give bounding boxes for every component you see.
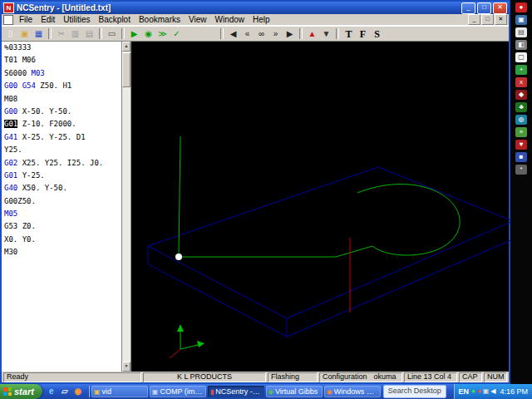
box-icon[interactable]: ■ [515, 152, 527, 162]
new-file-button[interactable]: ▯ [3, 27, 17, 40]
maximize-icon[interactable]: □ [477, 2, 491, 14]
mdi-close-icon[interactable]: ✕ [495, 14, 507, 25]
code-text: X-50. Y-50. [22, 107, 72, 116]
tool-icon[interactable]: * [515, 165, 527, 175]
editor-scrollbar[interactable]: ▲ ▼ [122, 42, 131, 372]
status-ready: Ready [3, 372, 141, 382]
scroll-down-icon[interactable]: ▼ [122, 362, 131, 372]
cut-icon: ✂ [57, 30, 64, 38]
feed-display-button[interactable]: F [356, 27, 370, 40]
title-bar[interactable]: N NCSentry - [Untitled.txt] _ □ ✕ [2, 2, 509, 14]
close-icon[interactable]: ✕ [493, 2, 507, 14]
network-tray-icon[interactable]: ▣ [483, 387, 490, 396]
clock[interactable]: 4:16 PM [500, 387, 528, 396]
show-desktop-icon[interactable]: ▱ [59, 386, 71, 397]
alert-tray-icon[interactable]: ● [477, 387, 481, 396]
goto-end-icon: ▶ [287, 30, 293, 38]
toolbar-separator [299, 28, 303, 39]
app-window-icon[interactable]: ◧ [515, 40, 527, 50]
mdi-minimize-icon[interactable]: _ [468, 14, 480, 25]
find-prev-button[interactable]: « [240, 27, 254, 40]
tool-display-button[interactable]: T [342, 27, 356, 40]
menu-bar: FileEditUtilitiesBackplotBookmarksViewWi… [2, 14, 509, 26]
backplot-verify-button[interactable]: ◉ [141, 27, 155, 40]
green-app-icon[interactable]: + [515, 65, 527, 75]
code-text: G41 [4, 133, 22, 141]
speed-display-icon: S [374, 30, 380, 38]
task-button-comp-img-wi[interactable]: ▣COMP (img - Wi... [150, 386, 206, 397]
print-button[interactable]: ▭ [105, 27, 119, 40]
menu-item-edit[interactable]: Edit [37, 15, 59, 24]
task-app-icon: ◉ [327, 388, 332, 396]
quick-launch: e▱◉ [42, 386, 87, 397]
mdi-document-icon[interactable] [3, 15, 13, 25]
page-icon[interactable]: ▢ [515, 52, 527, 62]
speed-display-button[interactable]: S [370, 27, 384, 40]
language-indicator[interactable]: EN [459, 387, 470, 396]
goto-end-button[interactable]: ▶ [283, 27, 297, 40]
code-line: G40 X50. Y-50. [4, 184, 121, 196]
menu-item-help[interactable]: Help [249, 15, 274, 24]
arrow-icon[interactable]: » [515, 127, 527, 137]
task-button-vid[interactable]: ▣vid [91, 386, 148, 397]
red-app-icon[interactable]: x [515, 77, 527, 87]
save-file-button[interactable]: ▦ [32, 27, 46, 40]
backplot-viewport[interactable] [131, 42, 509, 372]
code-text: Y25. [4, 145, 22, 154]
stock-box-edge [287, 239, 513, 337]
find-prev-icon: « [245, 30, 250, 38]
toolbar-buttons: ▯▣▦✂▥▤▭▶◉≫✓◀«∞»▶▲▼TFS [2, 26, 509, 42]
backplot-run-button[interactable]: ▶ [127, 27, 141, 40]
code-text: G02 [4, 159, 22, 167]
heart-icon[interactable]: ♥ [515, 140, 527, 150]
backplot-reset-button[interactable]: ✓ [170, 27, 184, 40]
code-text: Z50. H1 [40, 81, 71, 90]
scroll-thumb[interactable] [122, 52, 131, 87]
start-button[interactable]: start [0, 384, 42, 399]
ie-quicklaunch-icon[interactable]: e [46, 386, 57, 397]
search-desktop-band[interactable]: Search Desktop [383, 385, 446, 398]
media-player-quicklaunch-icon[interactable]: ◉ [72, 386, 84, 397]
globe-icon[interactable]: ◍ [515, 115, 527, 125]
menu-item-backplot[interactable]: Backplot [95, 15, 135, 24]
task-app-icon: ▣ [152, 388, 159, 396]
find-icon: ∞ [259, 30, 264, 38]
stock-box-edge [148, 264, 287, 337]
code-text: T01 M06 [4, 56, 36, 64]
menu-item-window[interactable]: Window [210, 15, 249, 24]
find-next-button[interactable]: » [268, 27, 283, 40]
antivirus-tray-icon[interactable]: ● [471, 387, 475, 396]
code-text: M05 [4, 209, 17, 218]
goto-start-button[interactable]: ◀ [226, 27, 240, 40]
stock-box-edge [378, 167, 513, 221]
volume-tray-icon[interactable]: ◀ [490, 387, 495, 396]
window-icon[interactable]: ▣ [515, 15, 527, 25]
axis-indicator [197, 341, 204, 347]
taskbar: start e▱◉ ▣vid▣COMP (img - Wi...▮NCSentr… [0, 384, 532, 399]
menu-item-utilities[interactable]: Utilities [59, 15, 94, 24]
scroll-up-icon[interactable]: ▲ [122, 42, 131, 52]
menu-item-view[interactable]: View [185, 15, 211, 24]
minimize-icon[interactable]: _ [461, 2, 475, 14]
leaf-icon[interactable]: ♣ [515, 102, 527, 112]
editor-lines[interactable]: %03333T01 M06S6000 M03G00 G54 Z50. H1M08… [2, 42, 122, 372]
document-icon[interactable]: ▤ [515, 27, 527, 37]
next-error-button[interactable]: ▼ [319, 27, 333, 40]
diamond-icon[interactable]: ◆ [515, 90, 527, 100]
code-line: G53 Z0. [4, 222, 121, 234]
toolbar-separator [99, 28, 102, 39]
backplot-step-button[interactable]: ≫ [155, 27, 170, 40]
task-button-ncsentry-unti[interactable]: ▮NCSentry - [Unti... [208, 386, 264, 397]
backplot-reset-icon: ✓ [173, 30, 180, 38]
code-line: S6000 M03 [4, 69, 121, 81]
menu-item-bookmarks[interactable]: Bookmarks [135, 15, 185, 24]
find-button[interactable]: ∞ [254, 27, 268, 40]
record-icon[interactable]: ● [515, 2, 527, 12]
menu-item-file[interactable]: File [15, 15, 37, 24]
open-file-button[interactable]: ▣ [17, 27, 32, 40]
task-button-windows-media-p[interactable]: ◉Windows Media P... [324, 386, 381, 397]
mdi-restore-icon[interactable]: □ [481, 14, 494, 25]
code-line: M05 [4, 209, 121, 222]
prev-error-button[interactable]: ▲ [305, 27, 319, 40]
task-button-virtual-gibbs[interactable]: ◆Virtual Gibbs [266, 386, 323, 397]
